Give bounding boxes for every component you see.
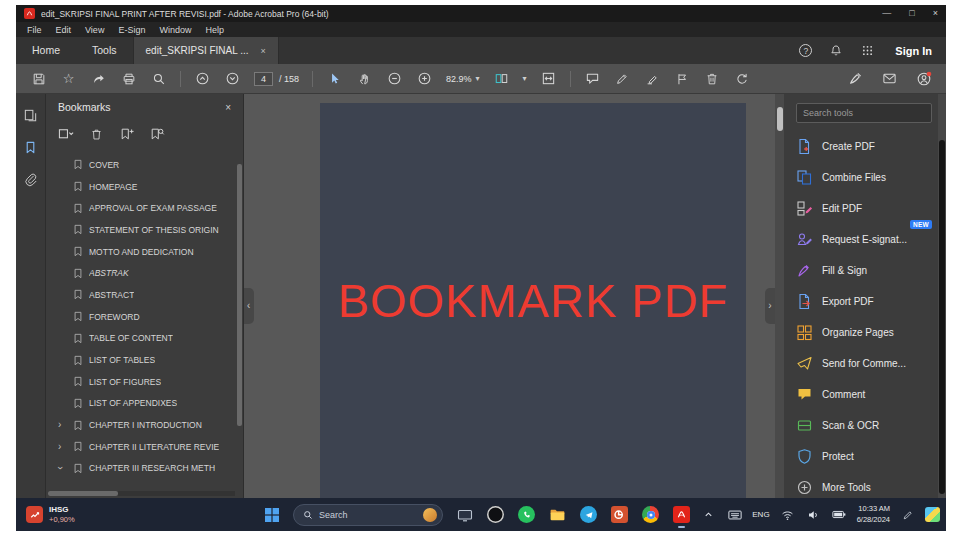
bookmark-item[interactable]: ›CHAPTER II LITERATURE REVIE: [46, 436, 243, 458]
tool-scan-ocr[interactable]: Scan & OCR: [796, 410, 932, 441]
bookmark-item[interactable]: APPROVAL OF EXAM PASSAGE: [46, 197, 243, 219]
zoom-level-dropdown[interactable]: 82.9% ▾: [446, 74, 480, 84]
tool-export-pdf[interactable]: Export PDF: [796, 286, 932, 317]
bookmark-item[interactable]: TABLE OF CONTENT: [46, 328, 243, 350]
highlighter-icon[interactable]: [644, 70, 661, 87]
document-page[interactable]: BOOKMARK PDF: [320, 103, 746, 498]
clock[interactable]: 10:33 AM 6/28/2024: [857, 504, 890, 524]
chrome-icon[interactable]: [641, 505, 660, 524]
bookmark-item[interactable]: LIST OF FIGURES: [46, 371, 243, 393]
document-canvas[interactable]: BOOKMARK PDF › ›: [244, 94, 784, 498]
scrollbar-thumb[interactable]: [939, 140, 945, 494]
tool-organize-pages[interactable]: Organize Pages: [796, 317, 932, 348]
bookmark-item[interactable]: FOREWORD: [46, 306, 243, 328]
tool-create-pdf[interactable]: Create PDF: [796, 131, 932, 162]
wifi-icon[interactable]: [779, 506, 796, 523]
select-tool-icon[interactable]: [326, 70, 343, 87]
apps-grid-icon[interactable]: [859, 42, 876, 59]
bookmarks-scrollbar[interactable]: [237, 164, 242, 484]
ink-signature-icon[interactable]: [847, 70, 864, 87]
bookmark-item[interactable]: LIST OF APPENDIXES: [46, 393, 243, 415]
print-icon[interactable]: [120, 70, 137, 87]
stamp-flag-icon[interactable]: [674, 70, 691, 87]
fit-width-icon[interactable]: [540, 70, 557, 87]
menu-edit[interactable]: Edit: [49, 25, 79, 35]
page-number-input[interactable]: 4: [254, 72, 273, 86]
document-scrollbar[interactable]: [775, 94, 784, 498]
tab-home[interactable]: Home: [16, 37, 76, 64]
favorite-star-icon[interactable]: ☆: [60, 70, 77, 87]
tool-fill-sign[interactable]: Fill & Sign: [796, 255, 932, 286]
whatsapp-icon[interactable]: [517, 505, 536, 524]
bookmark-item[interactable]: ›CHAPTER I INTRODUCTION: [46, 414, 243, 436]
profile-avatar-icon[interactable]: [915, 70, 932, 87]
menu-window[interactable]: Window: [152, 25, 198, 35]
start-button[interactable]: [262, 505, 281, 524]
tray-chevron-up-icon[interactable]: [700, 506, 717, 523]
bookmark-item[interactable]: LIST OF TABLES: [46, 349, 243, 371]
tool-combine-files[interactable]: Combine Files: [796, 162, 932, 193]
chevron-right-icon[interactable]: ›: [58, 442, 61, 452]
circle-app-icon[interactable]: [486, 505, 505, 524]
bookmark-item[interactable]: MOTTO AND DEDICATION: [46, 241, 243, 263]
add-bookmark-icon[interactable]: [118, 126, 135, 143]
bookmark-item[interactable]: ›CHAPTER III RESEARCH METH: [46, 458, 243, 480]
task-view-icon[interactable]: [455, 505, 474, 524]
chevron-right-icon[interactable]: ›: [58, 420, 61, 430]
refresh-icon[interactable]: [734, 70, 751, 87]
tab-document[interactable]: edit_SKRIPSI FINAL ... ×: [133, 37, 279, 64]
taskbar-search[interactable]: Search: [293, 504, 443, 526]
scrollbar-thumb[interactable]: [48, 491, 118, 496]
acrobat-taskbar-icon[interactable]: [672, 505, 691, 524]
comment-icon[interactable]: [584, 70, 601, 87]
tab-close-icon[interactable]: ×: [261, 46, 266, 56]
tool-request-esignatures[interactable]: Request E-signat... NEW: [796, 224, 932, 255]
pencil-icon[interactable]: [614, 70, 631, 87]
menu-view[interactable]: View: [78, 25, 111, 35]
menu-esign[interactable]: E-Sign: [111, 25, 152, 35]
trash-icon[interactable]: [704, 70, 721, 87]
menu-file[interactable]: File: [20, 25, 49, 35]
next-page-icon[interactable]: [224, 70, 241, 87]
bookmark-item[interactable]: COVER: [46, 154, 243, 176]
save-icon[interactable]: [30, 70, 47, 87]
bookmarks-panel-icon[interactable]: [22, 138, 40, 156]
widgets-button[interactable]: IHSG +0,90%: [26, 498, 75, 531]
volume-icon[interactable]: [805, 506, 822, 523]
bookmark-item[interactable]: ABSTRACT: [46, 284, 243, 306]
bookmark-item[interactable]: STATEMENT OF THESIS ORIGIN: [46, 219, 243, 241]
tools-search-input[interactable]: [803, 108, 925, 118]
help-icon[interactable]: ?: [799, 44, 812, 57]
tab-tools[interactable]: Tools: [76, 37, 133, 64]
tools-search-box[interactable]: [796, 103, 932, 123]
page-display-icon[interactable]: [493, 70, 510, 87]
scrollbar-thumb[interactable]: [237, 164, 242, 426]
collapse-left-panel-handle[interactable]: ›: [244, 288, 254, 324]
minimize-button[interactable]: —: [882, 5, 891, 22]
tools-panel-scrollbar[interactable]: [938, 94, 946, 498]
telegram-icon[interactable]: [579, 505, 598, 524]
bookmarks-horizontal-scrollbar[interactable]: [48, 491, 235, 496]
email-icon[interactable]: [881, 70, 898, 87]
bookmark-item[interactable]: ABSTRAK: [46, 262, 243, 284]
tool-send-for-comments[interactable]: Send for Comme...: [796, 348, 932, 379]
language-indicator[interactable]: ENG: [752, 510, 769, 519]
file-explorer-icon[interactable]: [548, 505, 567, 524]
page-thumbnails-icon[interactable]: [22, 106, 40, 124]
close-button[interactable]: ×: [933, 5, 938, 22]
tool-more-tools[interactable]: More Tools: [796, 472, 932, 498]
zoom-in-icon[interactable]: [416, 70, 433, 87]
bookmark-item[interactable]: HOMEPAGE: [46, 176, 243, 198]
gallery-icon[interactable]: [925, 507, 940, 522]
bell-icon[interactable]: [827, 42, 844, 59]
bookmark-options-icon[interactable]: [58, 126, 75, 143]
menu-help[interactable]: Help: [198, 25, 231, 35]
maximize-button[interactable]: □: [909, 5, 914, 22]
delete-bookmark-icon[interactable]: [88, 126, 105, 143]
powerpoint-icon[interactable]: [610, 505, 629, 524]
share-icon[interactable]: [90, 70, 107, 87]
sign-in-button[interactable]: Sign In: [895, 45, 932, 57]
tool-comment[interactable]: Comment: [796, 379, 932, 410]
search-icon[interactable]: [150, 70, 167, 87]
hand-tool-icon[interactable]: [356, 70, 373, 87]
